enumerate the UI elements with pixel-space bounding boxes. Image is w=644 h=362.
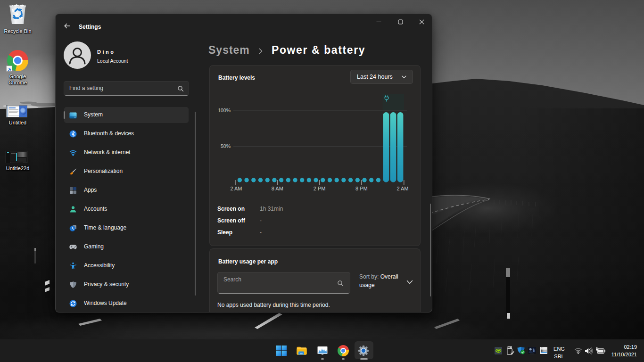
svg-text:8 AM: 8 AM: [272, 186, 283, 191]
svg-text:2 AM: 2 AM: [396, 186, 408, 191]
svg-text:8 PM: 8 PM: [355, 186, 368, 191]
svg-text:2 PM: 2 PM: [314, 186, 326, 191]
svg-text:2 AM: 2 AM: [230, 186, 242, 191]
svg-text:50%: 50%: [221, 143, 231, 149]
svg-text:100%: 100%: [218, 107, 231, 113]
